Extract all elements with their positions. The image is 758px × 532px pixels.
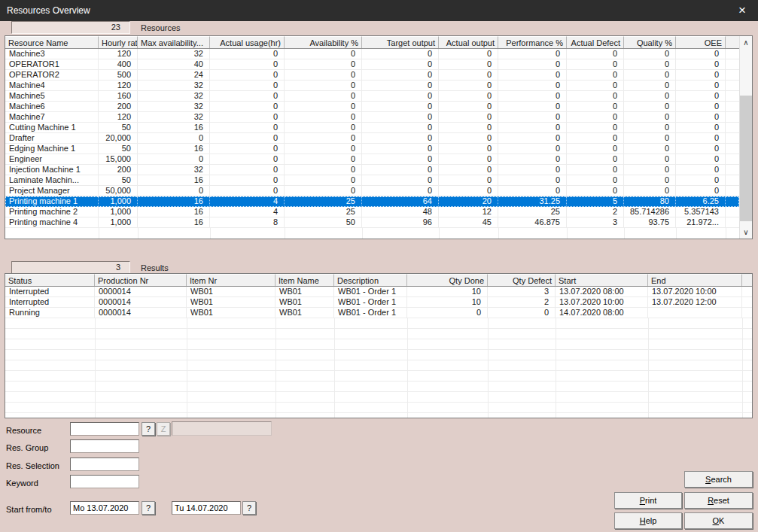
cell-max-availability: 16 (138, 196, 210, 207)
table-row[interactable]: Project Manager 50,000 0 0 0 0 0 0 0 0 0 (5, 186, 739, 196)
resource-lookup-button[interactable]: ? (142, 422, 155, 436)
cell-filler (726, 102, 739, 112)
column-header[interactable]: Status (5, 274, 95, 286)
table-row[interactable]: Cutting Machine 1 50 16 0 0 0 0 0 0 0 0 (5, 123, 739, 133)
cell-hourly-rate: 160 (99, 91, 138, 102)
table-row[interactable]: Printing machine 4 1,000 16 8 50 96 45 4… (5, 217, 739, 228)
column-header[interactable]: End (648, 274, 742, 286)
cell-quality-pct: 0 (624, 154, 676, 165)
cell-hourly-rate: 1,000 (99, 217, 138, 228)
cell-max-availability: 0 (138, 186, 210, 196)
cell-actual-output: 0 (439, 102, 498, 112)
resources-table-rows: Machine3 120 32 0 0 0 0 0 0 0 0 OPERATOR… (5, 49, 752, 228)
column-header[interactable]: Availability % (285, 36, 362, 48)
cell-oee: 0 (676, 123, 726, 133)
close-button[interactable]: × (729, 0, 755, 21)
scroll-down-icon[interactable]: ∨ (740, 226, 752, 239)
cell-filler (726, 59, 739, 70)
column-header[interactable]: Qty Done (407, 274, 488, 286)
cell-hourly-rate: 200 (99, 165, 138, 175)
cell-quality-pct: 0 (624, 186, 676, 196)
search-button[interactable]: Search (684, 471, 753, 488)
table-row[interactable]: Engineer 15,000 0 0 0 0 0 0 0 0 0 (5, 154, 739, 165)
cell-actual-output: 20 (439, 196, 498, 207)
table-row[interactable]: Machine3 120 32 0 0 0 0 0 0 0 0 (5, 49, 739, 59)
column-header[interactable]: Target output (362, 36, 439, 48)
table-row[interactable]: Injection Machine 1 200 32 0 0 0 0 0 0 0… (5, 165, 739, 175)
cell-start: 13.07.2020 10:00 (556, 297, 648, 308)
column-header[interactable]: Quality % (624, 36, 676, 48)
column-header[interactable]: OEE (676, 36, 726, 48)
table-row[interactable]: Machine5 160 32 0 0 0 0 0 0 0 0 (5, 91, 739, 102)
cell-performance-pct: 31.25 (498, 196, 567, 207)
resource-z-button: Z (157, 422, 170, 436)
cell-resource-name: Machine4 (5, 81, 99, 91)
table-row[interactable]: Running 0000014 WB01 WB01 WB01 - Order 1… (5, 308, 752, 318)
table-row[interactable]: Machine4 120 32 0 0 0 0 0 0 0 0 (5, 81, 739, 91)
date-to-picker-button[interactable]: ? (242, 501, 256, 515)
table-row[interactable]: Machine6 200 32 0 0 0 0 0 0 0 0 (5, 102, 739, 112)
scroll-up-icon[interactable]: ∧ (740, 36, 752, 49)
cell-qty-defect: 0 (488, 308, 556, 318)
table-row[interactable]: Interrupted 0000014 WB01 WB01 WB01 - Ord… (5, 287, 752, 297)
date-to-input[interactable] (172, 501, 241, 515)
resources-count-field: 23 (11, 21, 130, 34)
table-row[interactable]: Printing machine 1 1,000 16 4 25 64 20 3… (5, 196, 739, 207)
column-header[interactable]: Qty Defect (488, 274, 556, 286)
column-header[interactable]: Start (556, 274, 648, 286)
cell-filler (726, 112, 739, 123)
cell-resource-name: Drafter (5, 133, 99, 144)
column-header[interactable]: Item Nr (187, 274, 275, 286)
table-row[interactable]: OPERATOR2 500 24 0 0 0 0 0 0 0 0 (5, 70, 739, 81)
res-group-input[interactable] (70, 439, 139, 453)
keyword-input[interactable] (70, 475, 139, 488)
cell-target-output: 0 (362, 165, 439, 175)
cell-hourly-rate: 400 (99, 59, 138, 70)
reset-button-label: Reset (708, 496, 729, 505)
cell-actual-output: 0 (439, 81, 498, 91)
print-button[interactable]: Print (614, 492, 682, 509)
column-header[interactable]: Production Nr (95, 274, 187, 286)
cell-hourly-rate: 50,000 (99, 186, 138, 196)
results-table: StatusProduction NrItem NrItem NameDescr… (5, 273, 753, 418)
cell-quality-pct: 0 (624, 133, 676, 144)
column-header[interactable]: Hourly rate (99, 36, 138, 48)
cell-actual-usage: 4 (210, 207, 285, 217)
cell-performance-pct: 0 (498, 165, 567, 175)
table-row[interactable]: Edging Machine 1 50 16 0 0 0 0 0 0 0 0 (5, 144, 739, 154)
column-header[interactable]: Actual Defect (567, 36, 624, 48)
reset-button[interactable]: Reset (684, 492, 753, 509)
resources-table-scrollbar[interactable]: ∧ ∨ (739, 36, 752, 239)
search-button-label: Search (705, 475, 732, 484)
results-count-field: 3 (11, 261, 130, 274)
table-row[interactable]: OPERATOR1 400 40 0 0 0 0 0 0 0 0 (5, 59, 739, 70)
table-row[interactable]: Interrupted 0000014 WB01 WB01 WB01 - Ord… (5, 297, 752, 308)
table-row[interactable]: Drafter 20,000 0 0 0 0 0 0 0 0 0 (5, 133, 739, 144)
date-from-picker-button[interactable]: ? (142, 501, 155, 515)
ok-button[interactable]: OK (684, 512, 753, 529)
table-row[interactable]: Machine7 120 32 0 0 0 0 0 0 0 0 (5, 112, 739, 123)
column-header[interactable]: Max availability... (138, 36, 210, 48)
column-header[interactable]: Actual usage(hr) (210, 36, 285, 48)
column-header[interactable]: Item Name (275, 274, 334, 286)
resource-input[interactable] (70, 422, 139, 436)
cell-actual-usage: 0 (210, 123, 285, 133)
column-header[interactable]: Resource Name (5, 36, 99, 48)
table-row[interactable]: Printing machine 2 1,000 16 4 25 48 12 2… (5, 207, 739, 217)
cell-status: Interrupted (5, 287, 95, 297)
window-title: Resources Overview (0, 5, 90, 16)
help-button[interactable]: Help (614, 512, 682, 529)
res-selection-input[interactable] (70, 458, 139, 471)
cell-item-name: WB01 (275, 297, 334, 308)
cell-hourly-rate: 200 (99, 102, 138, 112)
cell-quality-pct: 93.75 (624, 217, 676, 228)
scrollbar-thumb[interactable] (740, 96, 752, 221)
date-from-input[interactable] (70, 501, 139, 515)
table-row[interactable]: Laminate Machin... 50 16 0 0 0 0 0 0 0 0 (5, 175, 739, 186)
help-button-label: Help (640, 516, 657, 525)
cell-availability-pct: 0 (285, 81, 362, 91)
cell-oee: 0 (676, 59, 726, 70)
column-header[interactable]: Description (334, 274, 407, 286)
column-header[interactable]: Performance % (498, 36, 567, 48)
column-header[interactable]: Actual output (439, 36, 498, 48)
